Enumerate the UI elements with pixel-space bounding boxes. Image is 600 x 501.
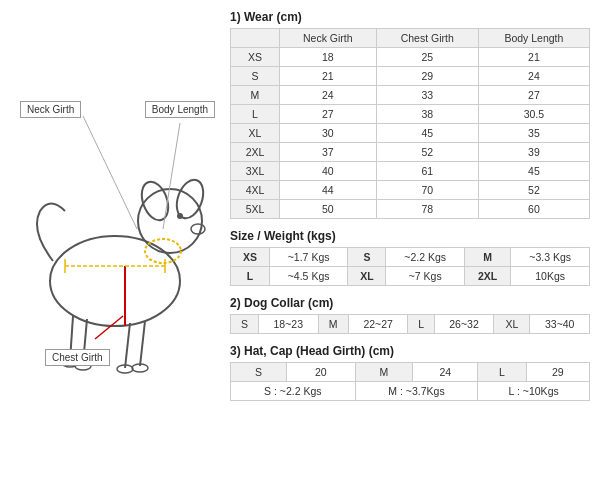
dog-illustration-panel: Neck Girth Body Length Chest Girth [10, 10, 220, 491]
svg-point-4 [191, 224, 205, 234]
wear-cell: 37 [279, 143, 376, 162]
hat-title: 3) Hat, Cap (Head Girth) (cm) [230, 344, 590, 358]
wear-cell: 52 [376, 143, 478, 162]
weight-size-label: 2XL [464, 267, 510, 286]
wear-cell: 70 [376, 181, 478, 200]
wear-cell: 35 [478, 124, 589, 143]
weight-table-row: XS~1.7 KgsS~2.2 KgsM~3.3 Kgs [231, 248, 590, 267]
wear-cell: 27 [478, 86, 589, 105]
wear-cell: 29 [376, 67, 478, 86]
wear-title: 1) Wear (cm) [230, 10, 590, 24]
wear-cell: 40 [279, 162, 376, 181]
weight-value: ~3.3 Kgs [511, 248, 590, 267]
weight-title: Size / Weight (kgs) [230, 229, 590, 243]
wear-table-row: L273830.5 [231, 105, 590, 124]
wear-size-label: XL [231, 124, 280, 143]
wear-table-row: XS182521 [231, 48, 590, 67]
hat-table: S20M24L29 S : ~2.2 KgsM : ~3.7KgsL : ~10… [230, 362, 590, 401]
hat-size-label: M [355, 363, 412, 382]
weight-size-label: XL [348, 267, 386, 286]
collar-size-label: XL [494, 315, 530, 334]
collar-value: 22~27 [348, 315, 407, 334]
svg-line-7 [125, 323, 130, 368]
wear-table-row: XL304535 [231, 124, 590, 143]
wear-size-label: S [231, 67, 280, 86]
wear-size-label: 2XL [231, 143, 280, 162]
wear-cell: 45 [376, 124, 478, 143]
collar-section: 2) Dog Collar (cm) S18~23M22~27L26~32XL3… [230, 296, 590, 334]
wear-size-label: 3XL [231, 162, 280, 181]
hat-size-value: 24 [413, 363, 478, 382]
weight-size-label: M [464, 248, 510, 267]
collar-value: 33~40 [530, 315, 590, 334]
collar-title: 2) Dog Collar (cm) [230, 296, 590, 310]
wear-table-row: 4XL447052 [231, 181, 590, 200]
wear-section: 1) Wear (cm) Neck Girth Chest Girth Body… [230, 10, 590, 219]
wear-cell: 52 [478, 181, 589, 200]
wear-table-row: M243327 [231, 86, 590, 105]
wear-table-row: 5XL507860 [231, 200, 590, 219]
wear-table-row: S212924 [231, 67, 590, 86]
wear-cell: 60 [478, 200, 589, 219]
wear-col-neck: Neck Girth [279, 29, 376, 48]
wear-cell: 24 [478, 67, 589, 86]
wear-cell: 18 [279, 48, 376, 67]
wear-cell: 39 [478, 143, 589, 162]
svg-point-5 [177, 213, 183, 219]
hat-size-value: 29 [526, 363, 589, 382]
svg-point-0 [50, 236, 180, 326]
wear-cell: 61 [376, 162, 478, 181]
wear-cell: 44 [279, 181, 376, 200]
wear-cell: 30 [279, 124, 376, 143]
wear-cell: 50 [279, 200, 376, 219]
collar-value: 26~32 [434, 315, 493, 334]
hat-size-label: L [478, 363, 526, 382]
wear-cell: 38 [376, 105, 478, 124]
wear-size-label: L [231, 105, 280, 124]
weight-value: 10Kgs [511, 267, 590, 286]
collar-size-label: S [231, 315, 259, 334]
wear-header-row: Neck Girth Chest Girth Body Length [231, 29, 590, 48]
wear-size-label: M [231, 86, 280, 105]
wear-size-label: 5XL [231, 200, 280, 219]
wear-cell: 33 [376, 86, 478, 105]
hat-weight-value: L : ~10Kgs [478, 382, 590, 401]
wear-cell: 45 [478, 162, 589, 181]
wear-col-size [231, 29, 280, 48]
hat-size-value: 20 [286, 363, 355, 382]
weight-value: ~7 Kgs [386, 267, 465, 286]
weight-table-row: L~4.5 KgsXL~7 Kgs2XL10Kgs [231, 267, 590, 286]
hat-section: 3) Hat, Cap (Head Girth) (cm) S20M24L29 … [230, 344, 590, 401]
collar-size-label: M [318, 315, 348, 334]
weight-size-label: S [348, 248, 386, 267]
svg-point-2 [137, 178, 173, 224]
wear-cell: 24 [279, 86, 376, 105]
neck-girth-label: Neck Girth [20, 101, 81, 118]
weight-value: ~4.5 Kgs [269, 267, 348, 286]
hat-weight-value: S : ~2.2 Kgs [231, 382, 356, 401]
svg-line-6 [140, 321, 145, 366]
wear-cell: 21 [279, 67, 376, 86]
wear-table: Neck Girth Chest Girth Body Length XS182… [230, 28, 590, 219]
weight-value: ~1.7 Kgs [269, 248, 348, 267]
chest-girth-label: Chest Girth [45, 349, 110, 366]
collar-size-label: L [408, 315, 434, 334]
body-length-label: Body Length [145, 101, 215, 118]
weight-section: Size / Weight (kgs) XS~1.7 KgsS~2.2 KgsM… [230, 229, 590, 286]
wear-size-label: XS [231, 48, 280, 67]
hat-size-label: S [231, 363, 287, 382]
weight-size-label: XS [231, 248, 270, 267]
hat-size-row: S20M24L29 [231, 363, 590, 382]
weight-table: XS~1.7 KgsS~2.2 KgsM~3.3 KgsL~4.5 KgsXL~… [230, 247, 590, 286]
weight-size-label: L [231, 267, 270, 286]
dog-diagram: Neck Girth Body Length Chest Girth [15, 81, 215, 421]
wear-cell: 30.5 [478, 105, 589, 124]
wear-cell: 25 [376, 48, 478, 67]
wear-col-chest: Chest Girth [376, 29, 478, 48]
collar-table: S18~23M22~27L26~32XL33~40 [230, 314, 590, 334]
size-charts-panel: 1) Wear (cm) Neck Girth Chest Girth Body… [230, 10, 590, 491]
hat-weight-row: S : ~2.2 KgsM : ~3.7KgsL : ~10Kgs [231, 382, 590, 401]
wear-table-row: 3XL406145 [231, 162, 590, 181]
collar-data-row: S18~23M22~27L26~32XL33~40 [231, 315, 590, 334]
hat-weight-value: M : ~3.7Kgs [355, 382, 478, 401]
